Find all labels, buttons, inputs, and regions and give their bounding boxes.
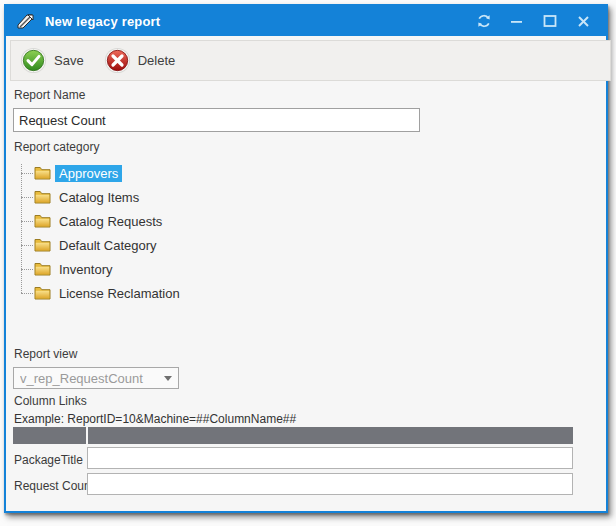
column-links-example-text: Example: ReportID=10&Machine=##ColumnNam… — [14, 412, 296, 426]
folder-icon — [34, 262, 51, 276]
tree-item-label: Inventory — [55, 261, 116, 278]
title-bar: New legacy report — [6, 6, 606, 36]
tree-item-license-reclamation[interactable]: License Reclamation — [14, 282, 184, 304]
folder-icon — [34, 214, 51, 228]
delete-button-label: Delete — [138, 53, 176, 68]
report-name-label: Report Name — [14, 88, 85, 102]
refresh-icon[interactable] — [471, 8, 497, 34]
column-link-row-label: PackageTitle — [14, 453, 83, 467]
notepad-pen-icon — [16, 12, 36, 30]
report-name-input[interactable] — [13, 108, 420, 132]
folder-icon — [34, 190, 51, 204]
tree-item-catalog-requests[interactable]: Catalog Requests — [14, 210, 166, 232]
tree-item-catalog-items[interactable]: Catalog Items — [14, 186, 143, 208]
delete-button[interactable]: Delete — [104, 47, 176, 74]
window-title: New legacy report — [45, 14, 160, 29]
x-circle-icon — [104, 47, 131, 74]
header-cell-name — [13, 427, 86, 444]
folder-icon — [34, 238, 51, 252]
column-link-input-request-count[interactable] — [87, 473, 573, 495]
minimize-icon[interactable] — [504, 8, 530, 34]
column-links-table-header — [13, 427, 573, 444]
tree-item-default-category[interactable]: Default Category — [14, 234, 161, 256]
chevron-down-icon — [164, 376, 172, 381]
report-view-label: Report view — [14, 347, 77, 361]
dialog-window: New legacy report — [4, 4, 608, 513]
tree-item-label: Catalog Requests — [55, 213, 166, 230]
tree-item-label: Approvers — [55, 165, 122, 182]
tree-item-label: License Reclamation — [55, 285, 184, 302]
folder-icon — [34, 286, 51, 300]
close-icon[interactable] — [570, 8, 596, 34]
save-button-label: Save — [54, 53, 84, 68]
folder-icon — [34, 166, 51, 180]
report-view-selected-value: v_rep_RequestCount — [20, 371, 160, 386]
toolbar: Save Delete — [10, 40, 611, 81]
header-cell-value — [88, 427, 573, 444]
tree-item-label: Default Category — [55, 237, 161, 254]
tree-item-approvers[interactable]: Approvers — [14, 162, 122, 184]
column-link-input-packagetitle[interactable] — [87, 447, 573, 469]
report-category-tree: Approvers Catalog Items Catalog Requests — [14, 162, 344, 308]
maximize-icon[interactable] — [537, 8, 563, 34]
check-circle-icon — [20, 47, 47, 74]
report-view-dropdown[interactable]: v_rep_RequestCount — [13, 367, 179, 389]
column-link-row-label: Request Count — [14, 479, 94, 493]
save-button[interactable]: Save — [20, 47, 84, 74]
report-category-label: Report category — [14, 140, 99, 154]
tree-item-label: Catalog Items — [55, 189, 143, 206]
tree-item-inventory[interactable]: Inventory — [14, 258, 116, 280]
column-links-label: Column Links — [14, 394, 87, 408]
